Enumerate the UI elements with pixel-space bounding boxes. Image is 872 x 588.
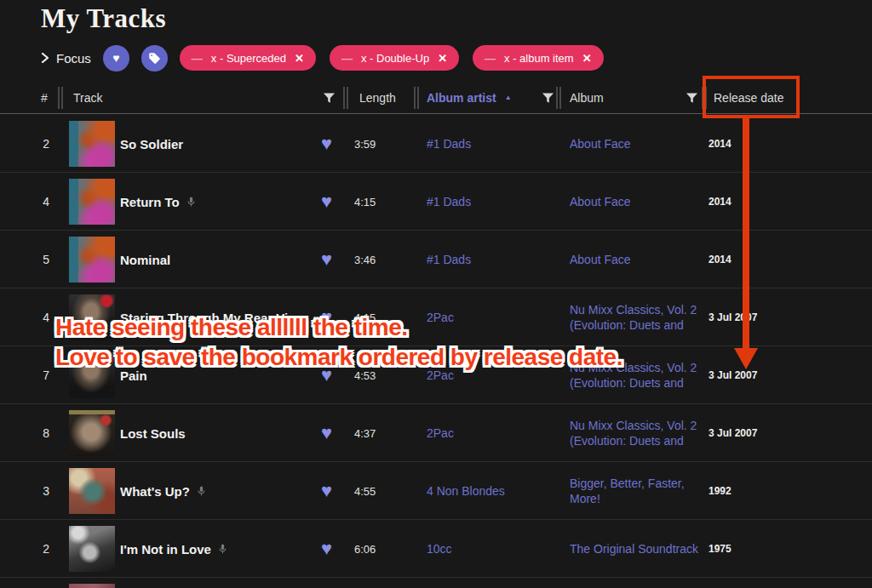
chevron-right-icon: [41, 53, 49, 63]
favorites-filter-button[interactable]: ♥: [103, 45, 129, 71]
column-resize-handle[interactable]: [343, 87, 348, 109]
album-artist-link[interactable]: 2Pac: [427, 311, 556, 324]
album-art-thumbnail[interactable]: [69, 584, 115, 588]
microphone-icon: [196, 485, 207, 496]
toolbar: Focus ♥ — x - Superceded ✕ — x - Double-…: [41, 44, 604, 71]
close-icon[interactable]: ✕: [295, 52, 304, 65]
table-header: # Track Length Album artist ▲ Album Rele…: [0, 82, 872, 114]
focus-label: Focus: [56, 51, 91, 66]
track-title: Lost Souls: [120, 425, 186, 440]
table-row[interactable]: 7 Pain ♥ 4:53 2Pac Nu Mixx Classics, Vol…: [0, 346, 872, 404]
column-header-track[interactable]: Track: [73, 91, 102, 105]
filter-funnel-icon-artist[interactable]: [542, 92, 554, 104]
filter-chip[interactable]: — x - Double-Up ✕: [330, 45, 459, 71]
column-header-num[interactable]: #: [41, 91, 48, 105]
column-resize-handle[interactable]: [702, 87, 707, 109]
album-artist-link[interactable]: 4 Non Blondes: [427, 484, 556, 498]
album-art-thumbnail[interactable]: [69, 121, 115, 167]
album-link[interactable]: About Face: [570, 251, 711, 266]
page-title: My Tracks: [41, 3, 166, 34]
table-row[interactable]: 2 So Soldier ♥ 3:59 #1 Dads About Face 2…: [0, 115, 872, 173]
album-art-thumbnail[interactable]: [69, 352, 115, 398]
tag-icon: [148, 52, 161, 65]
album-artist-link[interactable]: #1 Dads: [427, 195, 556, 208]
album-link[interactable]: Nu Mixx Classics, Vol. 2 (Evolution: Due…: [570, 359, 711, 390]
album-artist-link[interactable]: 2Pac: [427, 368, 556, 382]
album-artist-link[interactable]: #1 Dads: [427, 137, 556, 151]
track-length: 3:59: [354, 137, 376, 150]
favorite-heart-icon[interactable]: ♥: [321, 424, 332, 442]
filter-chip-label: x - Superceded: [211, 52, 286, 65]
album-link[interactable]: Bigger, Better, Faster, More!: [570, 475, 711, 505]
focus-toggle[interactable]: Focus: [41, 51, 91, 66]
tags-filter-button[interactable]: [141, 45, 168, 71]
filter-chip[interactable]: — x - album item ✕: [473, 45, 604, 71]
release-date: 3 Jul 2007: [708, 311, 757, 323]
album-art-thumbnail[interactable]: [69, 468, 115, 514]
track-length: 4:15: [354, 195, 376, 208]
track-length: 6:06: [354, 542, 376, 555]
table-row[interactable]: 5 Nominal ♥ 3:46 #1 Dads About Face 2014: [0, 231, 872, 288]
album-art-thumbnail[interactable]: [69, 294, 115, 340]
track-number: 4: [22, 195, 49, 208]
album-artist-link[interactable]: 2Pac: [427, 426, 556, 440]
filter-funnel-icon-track[interactable]: [323, 92, 336, 104]
album-link[interactable]: Nu Mixx Classics, Vol. 2 (Evolution: Due…: [570, 417, 711, 448]
track-table-body: 2 So Soldier ♥ 3:59 #1 Dads About Face 2…: [0, 115, 872, 588]
album-art-thumbnail[interactable]: [69, 237, 115, 283]
album-artist-link[interactable]: 10cc: [427, 542, 556, 556]
microphone-icon: [217, 543, 228, 554]
track-title-text: I'm Not in Love: [120, 541, 211, 556]
track-title-text: Return To: [120, 194, 180, 208]
album-artist-link[interactable]: #1 Dads: [427, 253, 556, 266]
column-resize-handle[interactable]: [58, 87, 63, 109]
column-header-length[interactable]: Length: [359, 91, 396, 105]
column-resize-handle[interactable]: [414, 87, 419, 109]
microphone-icon: [186, 196, 197, 207]
heart-icon: ♥: [112, 52, 119, 64]
filter-chip-label: x - Double-Up: [361, 52, 429, 65]
album-link[interactable]: Nu Mixx Classics, Vol. 2 (Evolution: Due…: [570, 301, 711, 332]
album-art-thumbnail[interactable]: [69, 179, 115, 225]
album-link[interactable]: About Face: [570, 135, 711, 151]
track-title-text: Lost Souls: [120, 425, 186, 440]
filter-chip[interactable]: — x - Superceded ✕: [180, 45, 316, 71]
album-link[interactable]: About Face: [570, 193, 711, 208]
table-row[interactable]: 3 What's Up? ♥ 4:55 4 Non Blondes Bigger…: [0, 462, 872, 520]
table-row[interactable]: 4 Staring Through My Rear View ♥ 4:15 2P…: [0, 288, 872, 346]
close-icon[interactable]: ✕: [582, 52, 592, 65]
album-link[interactable]: The Original Soundtrack: [570, 540, 711, 556]
track-title: So Soldier: [120, 136, 183, 151]
table-row[interactable]: 2 I'm Not in Love ♥ 6:06 10cc The Origin…: [0, 520, 872, 578]
track-title-text: So Soldier: [120, 136, 183, 151]
track-title: Staring Through My Rear View: [120, 310, 305, 324]
column-header-release-date[interactable]: Release date: [714, 91, 784, 105]
favorite-heart-icon[interactable]: ♥: [321, 366, 332, 385]
album-art-thumbnail[interactable]: [69, 526, 115, 572]
favorite-heart-icon[interactable]: ♥: [321, 134, 332, 153]
track-length: 4:15: [354, 311, 376, 323]
album-art-thumbnail[interactable]: [69, 410, 115, 456]
track-number: 2: [22, 542, 49, 556]
filter-funnel-icon-album[interactable]: [686, 92, 698, 104]
table-row[interactable]: 4 Return To ♥ 4:15 #1 Dads About Face 20…: [0, 173, 872, 231]
column-header-album-artist[interactable]: Album artist ▲: [427, 91, 512, 105]
release-date: 1992: [708, 485, 731, 497]
favorite-heart-icon[interactable]: ♥: [321, 482, 332, 500]
track-length: 4:53: [354, 368, 376, 381]
track-number: 8: [22, 426, 49, 440]
column-resize-handle[interactable]: [556, 87, 561, 109]
track-title: I'm Not in Love: [120, 541, 228, 556]
column-header-album[interactable]: Album: [570, 91, 604, 105]
close-icon[interactable]: ✕: [438, 52, 447, 65]
favorite-heart-icon[interactable]: ♥: [321, 308, 332, 327]
track-number: 5: [22, 253, 49, 266]
track-length: 3:46: [354, 253, 376, 265]
release-date: 2014: [708, 196, 731, 208]
favorite-heart-icon[interactable]: ♥: [321, 539, 332, 558]
filter-chips: — x - Superceded ✕ — x - Double-Up ✕ — x…: [180, 45, 604, 71]
favorite-heart-icon[interactable]: ♥: [321, 250, 332, 269]
table-row[interactable]: [0, 578, 872, 588]
favorite-heart-icon[interactable]: ♥: [321, 192, 332, 211]
table-row[interactable]: 8 Lost Souls ♥ 4:37 2Pac Nu Mixx Classic…: [0, 404, 872, 462]
